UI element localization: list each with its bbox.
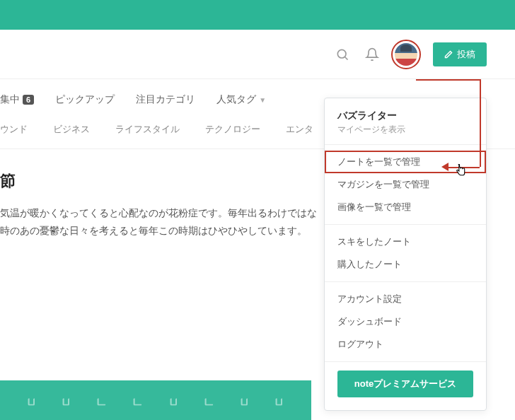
header: 投稿 xyxy=(0,30,515,79)
footer-glyph: ப xyxy=(241,392,248,409)
pencil-icon xyxy=(444,50,453,59)
post-button-label: 投稿 xyxy=(457,48,475,61)
dropdown-group-account: アカウント設定 ダッシュボード ログアウト xyxy=(325,282,486,362)
header-actions: 投稿 xyxy=(335,42,487,66)
dropdown-username: バズライター xyxy=(337,110,473,122)
avatar-button[interactable] xyxy=(395,43,417,66)
chevron-down-icon: ▼ xyxy=(259,96,266,104)
footer-glyph: ப xyxy=(63,392,70,409)
user-dropdown: バズライター マイページを表示 ノートを一覧で管理 マガジンを一覧で管理 画像を… xyxy=(324,98,487,411)
nav-item-category[interactable]: 注目カテゴリ xyxy=(136,93,195,106)
annotation-arrowhead xyxy=(441,163,449,171)
dropdown-header[interactable]: バズライター マイページを表示 xyxy=(325,98,486,145)
dropdown-mypage: マイページを表示 xyxy=(337,124,473,136)
avatar xyxy=(395,43,417,66)
footer-glyph: ட xyxy=(98,392,106,409)
nav-badge: 6 xyxy=(23,95,34,105)
premium-button[interactable]: noteプレミアムサービス xyxy=(337,371,473,397)
menu-item-manage-images[interactable]: 画像を一覧で管理 xyxy=(325,196,486,218)
footer-glyph: ப xyxy=(28,392,35,409)
nav-item-recruiting[interactable]: 集中 6 xyxy=(0,93,34,106)
subnav-item[interactable]: エンタ xyxy=(286,123,313,136)
footer-glyph: ட xyxy=(205,392,214,409)
menu-item-manage-notes[interactable]: ノートを一覧で管理 xyxy=(325,151,486,173)
svg-point-0 xyxy=(337,49,346,58)
menu-item-manage-magazines[interactable]: マガジンを一覧で管理 xyxy=(325,173,486,196)
dropdown-group-manage: ノートを一覧で管理 マガジンを一覧で管理 画像を一覧で管理 xyxy=(325,145,486,225)
nav-item-pickup[interactable]: ピックアップ xyxy=(55,93,115,106)
dropdown-group-activity: スキをしたノート 購入したノート xyxy=(325,225,486,282)
menu-item-dashboard[interactable]: ダッシュボード xyxy=(325,310,486,333)
nav-label: 人気タグ xyxy=(216,93,256,106)
menu-item-account-settings[interactable]: アカウント設定 xyxy=(325,288,486,310)
footer-glyph: ப xyxy=(276,392,283,409)
nav-label: 集中 xyxy=(0,93,20,106)
menu-item-liked-notes[interactable]: スキをしたノート xyxy=(325,231,486,253)
post-button[interactable]: 投稿 xyxy=(433,42,487,66)
subnav-item[interactable]: ビジネス xyxy=(53,123,90,136)
search-icon[interactable] xyxy=(335,47,349,62)
nav-item-tags[interactable]: 人気タグ ▼ xyxy=(216,93,266,106)
subnav-item[interactable]: ウンド xyxy=(0,123,28,136)
menu-item-logout[interactable]: ログアウト xyxy=(325,333,486,356)
subnav-item[interactable]: テクノロジー xyxy=(205,123,260,136)
footer-banner: ப ப ட ட ப ட ப ப xyxy=(0,380,311,420)
menu-item-purchased-notes[interactable]: 購入したノート xyxy=(325,253,486,276)
footer-glyph: ட xyxy=(134,392,142,409)
top-bar xyxy=(0,0,515,30)
footer-glyph: ப xyxy=(170,392,178,409)
svg-line-1 xyxy=(345,57,348,59)
subnav-item[interactable]: ライフスタイル xyxy=(115,123,180,136)
bell-icon[interactable] xyxy=(365,47,379,62)
